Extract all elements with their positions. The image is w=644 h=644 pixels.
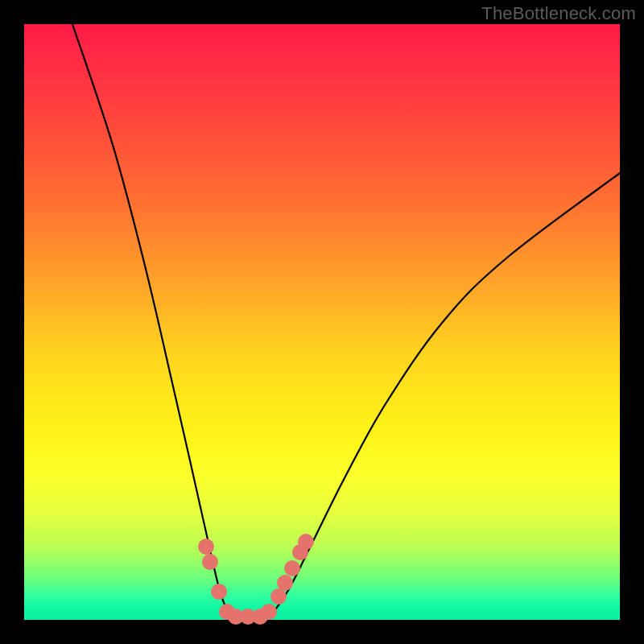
curve-left-branch <box>72 24 235 620</box>
chart-svg <box>24 24 620 620</box>
trough-marker <box>202 554 218 570</box>
trough-marker <box>277 575 293 591</box>
trough-marker <box>284 560 300 576</box>
trough-marker <box>198 539 214 555</box>
trough-marker <box>211 584 227 600</box>
chart-plot-area <box>24 24 620 620</box>
watermark-text: TheBottleneck.com <box>481 3 636 24</box>
curve-right-branch <box>264 173 620 620</box>
trough-marker <box>270 588 287 605</box>
trough-marker <box>298 534 314 550</box>
chart-frame: TheBottleneck.com <box>0 0 644 644</box>
trough-marker <box>261 604 277 620</box>
